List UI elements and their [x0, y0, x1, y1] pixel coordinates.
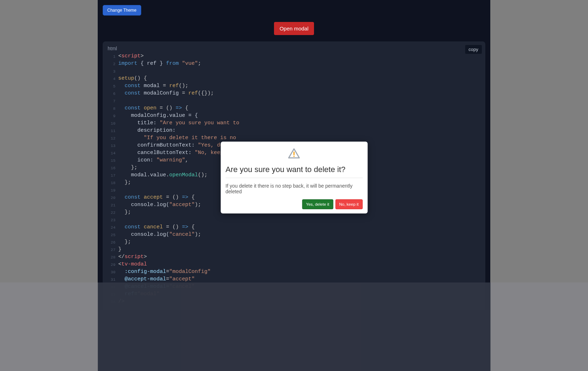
line-number: 16 — [108, 164, 115, 172]
line-number: 20 — [108, 194, 115, 201]
change-theme-button[interactable]: Change Theme — [103, 5, 141, 16]
line-number: 10 — [108, 120, 115, 127]
line-number: 34 — [108, 298, 115, 306]
cancel-button[interactable]: No, keep it — [335, 199, 362, 209]
line-number: 13 — [108, 142, 115, 149]
modal-title: Are you sure you want to delete it? — [226, 165, 362, 178]
line-number: 18 — [108, 179, 115, 187]
line-number: 19 — [108, 187, 115, 194]
line-number: 2 — [108, 60, 115, 68]
line-number: 27 — [108, 246, 115, 253]
line-number: 14 — [108, 149, 115, 157]
line-number: 11 — [108, 127, 115, 135]
line-number: 8 — [108, 105, 115, 112]
line-number: 26 — [108, 239, 115, 246]
line-number: 31 — [108, 276, 115, 283]
line-number: 30 — [108, 268, 115, 276]
line-number: 6 — [108, 90, 115, 97]
confirm-button[interactable]: Yes, delete it — [302, 199, 333, 209]
line-number: 28 — [108, 253, 115, 261]
line-number: 3 — [108, 68, 115, 75]
copy-button[interactable]: copy — [465, 45, 482, 54]
line-number: 15 — [108, 157, 115, 164]
warning-icon — [226, 147, 362, 161]
line-number: 32 — [108, 283, 115, 291]
code-language-label: html — [108, 46, 480, 51]
open-modal-button[interactable]: Open modal — [274, 22, 314, 35]
svg-point-1 — [293, 156, 295, 157]
line-number: 21 — [108, 201, 115, 209]
open-modal-row: Open modal — [103, 22, 485, 35]
line-number: 5 — [108, 82, 115, 90]
line-number: 12 — [108, 135, 115, 142]
line-number: 7 — [108, 97, 115, 105]
line-number: 33 — [108, 291, 115, 298]
confirm-modal: Are you sure you want to delete it? If y… — [221, 142, 367, 213]
line-number: 4 — [108, 75, 115, 82]
line-number: 23 — [108, 216, 115, 224]
line-number: 17 — [108, 172, 115, 179]
line-number: 22 — [108, 209, 115, 216]
line-number: 25 — [108, 231, 115, 239]
line-number: 9 — [108, 112, 115, 120]
modal-actions: Yes, delete it No, keep it — [226, 199, 362, 209]
modal-description: If you delete it there is no step back, … — [226, 183, 362, 194]
line-number: 29 — [108, 261, 115, 268]
line-number: 24 — [108, 224, 115, 231]
line-number: 1 — [108, 53, 115, 60]
